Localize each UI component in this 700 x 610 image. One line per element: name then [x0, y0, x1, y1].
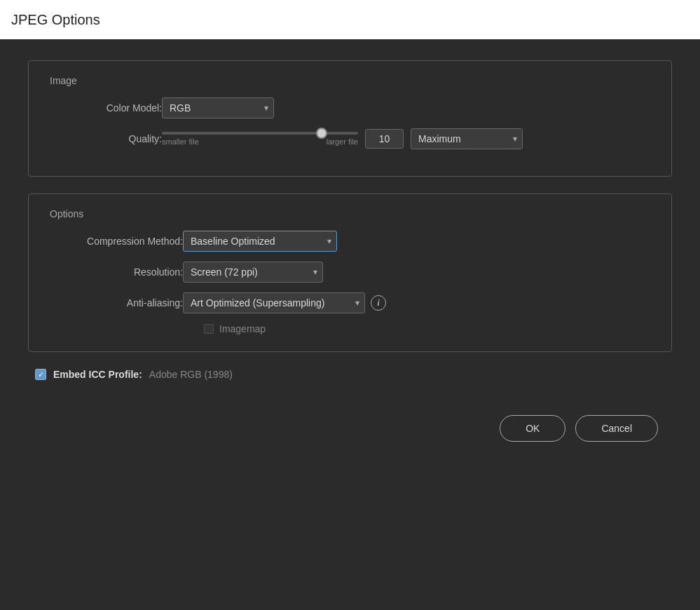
antialiasing-select[interactable]: None Art Optimized (Supersampling) Type … [183, 292, 365, 313]
cancel-button[interactable]: Cancel [575, 415, 658, 442]
quality-slider[interactable] [162, 132, 358, 135]
quality-controls: smaller file larger file Low Medium High… [162, 128, 523, 149]
resolution-select[interactable]: Screen (72 ppi) Medium (150 ppi) High (3… [183, 262, 323, 283]
image-section-label: Image [50, 75, 650, 86]
options-section-label: Options [50, 208, 650, 219]
color-model-label: Color Model: [50, 102, 162, 114]
resolution-label: Resolution: [50, 266, 183, 278]
embed-icc-value: Adobe RGB (1998) [149, 369, 233, 380]
imagemap-label: Imagemap [219, 323, 266, 334]
dialog-content: Image Color Model: RGB CMYK Grayscale Qu… [0, 39, 700, 463]
dialog-title: JPEG Options [11, 12, 100, 28]
imagemap-checkbox[interactable] [204, 324, 214, 334]
embed-icc-checkbox[interactable]: ✓ [35, 369, 46, 380]
quality-preset-select[interactable]: Low Medium High Very High Maximum [411, 128, 523, 149]
antialiasing-select-wrapper: None Art Optimized (Supersampling) Type … [183, 292, 365, 313]
color-model-select[interactable]: RGB CMYK Grayscale [162, 97, 274, 118]
quality-row: Quality: smaller file larger file Low Me… [50, 128, 650, 149]
quality-preset-select-wrapper: Low Medium High Very High Maximum [411, 128, 523, 149]
quality-slider-container: smaller file larger file [162, 132, 358, 146]
embed-icc-row: ✓ Embed ICC Profile: Adobe RGB (1998) [35, 369, 672, 380]
resolution-row: Resolution: Screen (72 ppi) Medium (150 … [50, 262, 650, 283]
quality-label: Quality: [50, 133, 162, 144]
quality-number-input[interactable] [365, 129, 404, 149]
smaller-file-label: smaller file [162, 137, 199, 146]
button-row: OK Cancel [28, 415, 672, 442]
compression-select[interactable]: Baseline (Standard) Baseline Optimized P… [183, 231, 337, 252]
antialiasing-label: Anti-aliasing: [50, 297, 183, 309]
resolution-select-wrapper: Screen (72 ppi) Medium (150 ppi) High (3… [183, 262, 323, 283]
color-model-select-wrapper: RGB CMYK Grayscale [162, 97, 274, 118]
slider-labels: smaller file larger file [162, 137, 358, 146]
color-model-row: Color Model: RGB CMYK Grayscale [50, 97, 650, 118]
title-bar: JPEG Options [0, 0, 700, 39]
larger-file-label: larger file [327, 137, 358, 146]
info-icon[interactable]: i [371, 295, 386, 311]
compression-select-wrapper: Baseline (Standard) Baseline Optimized P… [183, 231, 337, 252]
image-section: Image Color Model: RGB CMYK Grayscale Qu… [28, 60, 672, 177]
options-section: Options Compression Method: Baseline (St… [28, 194, 672, 352]
compression-label: Compression Method: [50, 236, 183, 247]
antialiasing-row: Anti-aliasing: None Art Optimized (Super… [50, 292, 650, 313]
compression-row: Compression Method: Baseline (Standard) … [50, 231, 650, 252]
embed-icc-label: Embed ICC Profile: [53, 369, 142, 380]
imagemap-row: Imagemap [204, 323, 650, 334]
ok-button[interactable]: OK [500, 415, 565, 442]
